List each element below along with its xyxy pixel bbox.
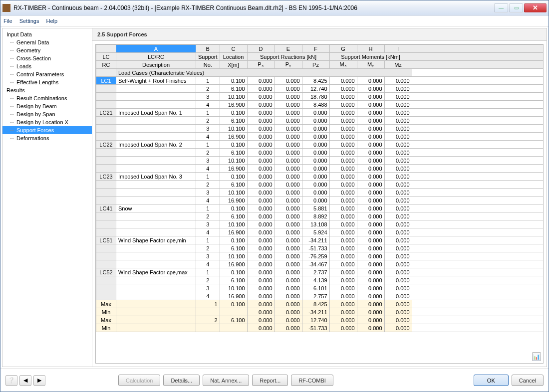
table-row[interactable]: 26.1000.0000.0008.8920.0000.0000.000 <box>96 212 544 220</box>
col-letter[interactable]: G <box>329 45 357 53</box>
sidebar-item[interactable]: Design by Span <box>2 110 92 118</box>
results-grid[interactable]: ABCDEFGHILCLC/RCSupportLocationSupport R… <box>95 44 544 364</box>
summary-row[interactable]: Max26.1000.0000.00012.7400.0000.0000.000 <box>96 316 544 324</box>
table-row[interactable]: 26.1000.0000.0000.0000.0000.0000.000 <box>96 117 544 125</box>
sidebar-item[interactable]: Support Forces <box>2 126 92 134</box>
app-window: RX-TIMBER - Continuous beam - 2.04.0003 … <box>0 0 549 392</box>
table-row[interactable]: LC23Imposed Load Span No. 310.1000.0000.… <box>96 173 544 181</box>
table-row[interactable]: 310.1000.0000.0006.1010.0000.0000.000 <box>96 284 544 292</box>
help-icon[interactable]: ❔ <box>5 375 17 386</box>
table-row[interactable]: 310.1000.0000.0000.0000.0000.0000.000 <box>96 125 544 133</box>
sidebar-item[interactable]: Result Combinations <box>2 94 92 102</box>
table-row[interactable]: 26.1000.0000.000-51.7330.0000.0000.000 <box>96 244 544 252</box>
next-icon[interactable]: ▶ <box>33 375 45 386</box>
col-letter[interactable]: C <box>220 45 247 53</box>
table-row[interactable]: 26.1000.0000.0000.0000.0000.0000.000 <box>96 181 544 189</box>
col-letter[interactable]: A <box>116 45 196 53</box>
maximize-button[interactable]: ▭ <box>509 3 523 12</box>
sidebar-item[interactable]: Loads <box>2 62 92 70</box>
table-row[interactable]: 416.9000.0000.0005.9240.0000.0000.000 <box>96 228 544 236</box>
table-row[interactable]: LC22Imposed Load Span No. 210.1000.0000.… <box>96 141 544 149</box>
footer: ❔ ◀ ▶ Calculation Details... Nat. Annex.… <box>0 369 549 392</box>
table-row[interactable]: 416.9000.0000.0000.0000.0000.0000.000 <box>96 165 544 173</box>
table-row[interactable]: 416.9000.0000.000-34.4670.0000.0000.000 <box>96 260 544 268</box>
col-letter[interactable]: D <box>247 45 274 53</box>
calculation-button[interactable]: Calculation <box>118 375 160 386</box>
sidebar-item[interactable]: Cross-Section <box>2 54 92 62</box>
sidebar-item[interactable]: General Data <box>2 38 92 46</box>
summary-row[interactable]: Min0.0000.000-34.2110.0000.0000.000 <box>96 308 544 316</box>
menu-settings[interactable]: Settings <box>19 18 39 24</box>
client-area: Input DataGeneral DataGeometryCross-Sect… <box>2 28 547 367</box>
sidebar-item[interactable]: Design by Location X <box>2 118 92 126</box>
col-letter[interactable]: H <box>357 45 384 53</box>
col-letter[interactable]: B <box>196 45 220 53</box>
app-icon <box>2 4 10 12</box>
details-button[interactable]: Details... <box>163 375 200 386</box>
sidebar-item[interactable]: Effective Lengths <box>2 78 92 86</box>
table-row[interactable]: 416.9000.0000.0000.0000.0000.0000.000 <box>96 196 544 204</box>
prev-icon[interactable]: ◀ <box>19 375 31 386</box>
group-header: Load Cases (Characteristic Values) <box>116 69 412 77</box>
nat-annex-button[interactable]: Nat. Annex... <box>203 375 249 386</box>
table-row[interactable]: 416.9000.0000.0002.7570.0000.0000.000 <box>96 292 544 300</box>
cancel-button[interactable]: Cancel <box>512 375 544 386</box>
sidebar-item[interactable]: Control Parameters <box>2 70 92 78</box>
report-button[interactable]: Report... <box>252 375 288 386</box>
chart-icon[interactable]: 📊 <box>532 352 541 361</box>
table-row[interactable]: 26.1000.0000.00012.7400.0000.0000.000 <box>96 85 544 93</box>
col-letter[interactable]: F <box>302 45 329 53</box>
table-row[interactable]: 26.1000.0000.0000.0000.0000.0000.000 <box>96 149 544 157</box>
table-row[interactable]: LC41Snow10.1000.0000.0005.8810.0000.0000… <box>96 204 544 212</box>
table-row[interactable]: LC51Wind Shape Factor cpe,min10.1000.000… <box>96 236 544 244</box>
table-row[interactable]: 310.1000.0000.0000.0000.0000.0000.000 <box>96 157 544 165</box>
main-panel: 2.5 Support Forces ABCDEFGHILCLC/RCSuppo… <box>92 28 547 367</box>
table-row[interactable]: 26.1000.0000.0004.1390.0000.0000.000 <box>96 276 544 284</box>
menu-help[interactable]: Help <box>46 18 57 24</box>
sidebar-item[interactable]: Design by Beam <box>2 102 92 110</box>
summary-row[interactable]: Max10.1000.0000.0008.4250.0000.0000.000 <box>96 300 544 308</box>
sidebar-item[interactable]: Geometry <box>2 46 92 54</box>
table-row[interactable]: 416.9000.0000.0008.4880.0000.0000.000 <box>96 101 544 109</box>
close-button[interactable]: ✕ <box>524 3 547 12</box>
sidebar-group: Input Data <box>2 30 92 38</box>
window-title: RX-TIMBER - Continuous beam - 2.04.0003 … <box>13 4 493 11</box>
table-row[interactable]: 416.9000.0000.0000.0000.0000.0000.000 <box>96 133 544 141</box>
menu-file[interactable]: File <box>3 18 12 24</box>
menubar: File Settings Help <box>0 15 549 26</box>
titlebar[interactable]: RX-TIMBER - Continuous beam - 2.04.0003 … <box>0 0 549 15</box>
col-letter[interactable]: E <box>274 45 302 53</box>
ok-button[interactable]: OK <box>474 375 509 386</box>
sidebar-group: Results <box>2 86 92 94</box>
col-letter[interactable]: I <box>384 45 412 53</box>
table-row[interactable]: 310.1000.0000.00018.7800.0000.0000.000 <box>96 93 544 101</box>
table-row[interactable]: LC52Wind Shape Factor cpe,max10.1000.000… <box>96 268 544 276</box>
table-row[interactable]: 310.1000.0000.00013.1080.0000.0000.000 <box>96 220 544 228</box>
sidebar-item[interactable]: Deformations <box>2 134 92 142</box>
table-row[interactable]: LC1Self-Weight + Roof Finishes10.1000.00… <box>96 77 544 85</box>
summary-row[interactable]: Min0.0000.000-51.7330.0000.0000.000 <box>96 324 544 332</box>
section-title: 2.5 Support Forces <box>92 28 547 41</box>
table-row[interactable]: 310.1000.0000.000-76.2590.0000.0000.000 <box>96 252 544 260</box>
rf-combi-button[interactable]: RF-COMBI <box>291 375 333 386</box>
table-row[interactable]: LC21Imposed Load Span No. 110.1000.0000.… <box>96 109 544 117</box>
table-row[interactable]: 310.1000.0000.0000.0000.0000.0000.000 <box>96 189 544 196</box>
sidebar: Input DataGeneral DataGeometryCross-Sect… <box>2 28 92 367</box>
minimize-button[interactable]: — <box>494 3 508 12</box>
